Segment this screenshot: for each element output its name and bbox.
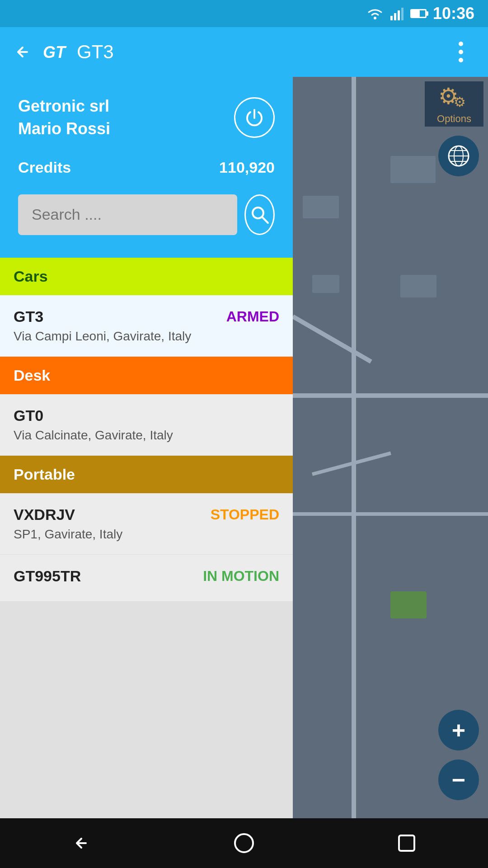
back-button[interactable]	[14, 43, 32, 61]
svg-point-0	[374, 17, 376, 19]
app-title: GT3	[77, 41, 438, 63]
power-button[interactable]	[234, 97, 275, 138]
power-icon	[243, 106, 266, 129]
main-content: Getronic srl Mario Rossi Credits 110,920	[0, 77, 488, 868]
item-row: GT0	[14, 407, 279, 425]
status-bar: 10:36	[0, 0, 488, 27]
nav-home-button[interactable]	[226, 825, 262, 861]
credits-row: Credits 110,920	[18, 159, 275, 176]
svg-rect-3	[398, 10, 400, 20]
user-info: Getronic srl Mario Rossi	[18, 95, 110, 141]
app-logo: GT	[41, 41, 68, 63]
nav-back-button[interactable]	[63, 825, 99, 861]
nav-back-icon	[70, 832, 93, 854]
item-row: GT3 ARMED	[14, 308, 279, 326]
item-name: GT0	[14, 407, 43, 425]
map-background: ⚙ ⚙ Options + −	[293, 77, 488, 868]
svg-text:GT: GT	[43, 43, 67, 61]
svg-rect-17	[399, 835, 414, 851]
signal-icon	[390, 7, 404, 20]
company-name: Getronic srl	[18, 95, 110, 118]
nav-recent-button[interactable]	[389, 825, 425, 861]
zoom-in-button[interactable]: +	[438, 710, 479, 750]
svg-rect-1	[390, 16, 393, 20]
item-row: VXDRJV STOPPED	[14, 506, 279, 524]
globe-button[interactable]	[438, 136, 479, 176]
list-item[interactable]: GT0 Via Calcinate, Gavirate, Italy	[0, 394, 293, 456]
svg-point-8	[459, 58, 463, 62]
globe-icon	[446, 144, 471, 168]
search-input[interactable]	[18, 194, 237, 235]
more-options-button[interactable]	[447, 41, 474, 63]
gear-icon: ⚙ ⚙	[438, 83, 470, 110]
list-item[interactable]: VXDRJV STOPPED SP1, Gavirate, Italy	[0, 493, 293, 555]
item-name: GT995TR	[14, 567, 81, 585]
app-bar: GT GT3	[0, 27, 488, 77]
search-icon	[250, 205, 270, 225]
navigation-bar	[0, 818, 488, 868]
svg-point-7	[459, 50, 463, 54]
list-item[interactable]: GT3 ARMED Via Campi Leoni, Gavirate, Ita…	[0, 295, 293, 357]
status-badge: STOPPED	[211, 506, 279, 523]
category-label-portable: Portable	[14, 466, 75, 483]
credits-value: 110,920	[219, 159, 275, 176]
status-badge: IN MOTION	[203, 568, 279, 585]
item-name: VXDRJV	[14, 506, 75, 524]
left-panel: Getronic srl Mario Rossi Credits 110,920	[0, 77, 293, 868]
svg-point-16	[235, 834, 253, 852]
status-time: 10:36	[433, 4, 474, 23]
svg-rect-4	[401, 8, 404, 20]
status-icons: 10:36	[366, 4, 474, 23]
item-address: Via Campi Leoni, Gavirate, Italy	[14, 329, 279, 344]
list-item[interactable]: GT995TR IN MOTION	[0, 555, 293, 602]
item-row: GT995TR IN MOTION	[14, 567, 279, 585]
item-address: SP1, Gavirate, Italy	[14, 527, 279, 542]
category-header-portable[interactable]: Portable	[0, 456, 293, 493]
zoom-out-icon: −	[452, 766, 465, 793]
svg-point-6	[459, 42, 463, 46]
zoom-in-icon: +	[452, 717, 465, 744]
nav-recent-icon	[395, 832, 418, 854]
category-header-desk[interactable]: Desk	[0, 357, 293, 394]
options-button[interactable]: ⚙ ⚙ Options	[425, 81, 483, 127]
item-address: Via Calcinate, Gavirate, Italy	[14, 428, 279, 443]
category-label-desk: Desk	[14, 367, 50, 384]
nav-home-icon	[233, 832, 255, 854]
map-panel: ⚙ ⚙ Options + −	[293, 77, 488, 868]
list-area: Cars GT3 ARMED Via Campi Leoni, Gavirate…	[0, 258, 293, 868]
zoom-out-button[interactable]: −	[438, 760, 479, 800]
svg-line-10	[262, 217, 268, 223]
battery-icon	[410, 9, 427, 18]
search-row	[18, 194, 275, 235]
credits-label: Credits	[18, 159, 71, 176]
category-label-cars: Cars	[14, 268, 48, 285]
search-button[interactable]	[244, 194, 275, 235]
wifi-icon	[366, 7, 384, 20]
category-header-cars[interactable]: Cars	[0, 258, 293, 295]
user-row: Getronic srl Mario Rossi	[18, 95, 275, 141]
header-section: Getronic srl Mario Rossi Credits 110,920	[0, 77, 293, 258]
item-name: GT3	[14, 308, 43, 326]
svg-rect-2	[394, 13, 396, 20]
options-label: Options	[437, 113, 471, 125]
status-badge: ARMED	[226, 308, 279, 325]
user-name: Mario Rossi	[18, 118, 110, 140]
